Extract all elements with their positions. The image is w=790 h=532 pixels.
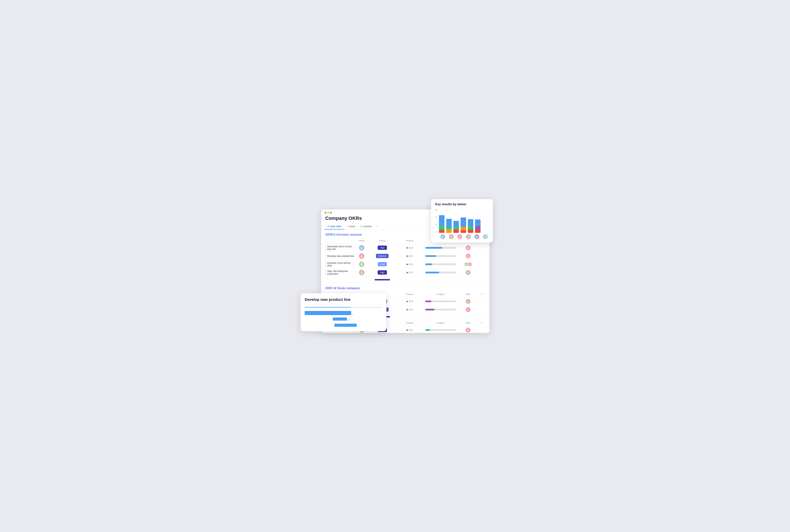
chart-owner-avatar[interactable] bbox=[483, 234, 488, 239]
team-cell bbox=[458, 262, 478, 267]
team-cell bbox=[458, 299, 478, 304]
priority-badge[interactable]: Medium bbox=[376, 254, 389, 258]
svg-point-8 bbox=[468, 272, 469, 272]
chart-owner-avatar[interactable] bbox=[475, 234, 479, 239]
projects-icon: ⊡ bbox=[409, 255, 411, 257]
projects-count: 3 bbox=[412, 300, 413, 303]
projects-cell[interactable]: ▶ ⊡ 2 bbox=[396, 308, 423, 311]
priority-cell[interactable]: High bbox=[369, 246, 396, 250]
okr2-title[interactable]: OKR #2 Scale company bbox=[325, 286, 360, 290]
projects-icon: ⊡ bbox=[409, 271, 411, 274]
projects-cell[interactable]: ▶ ⊡ 4 bbox=[396, 263, 423, 265]
svg-point-12 bbox=[468, 309, 469, 309]
owner-avatar[interactable] bbox=[359, 262, 364, 267]
progress-bar bbox=[425, 263, 456, 265]
team-cell bbox=[458, 254, 478, 259]
tab-add-button[interactable]: + bbox=[374, 224, 380, 229]
add-column-button[interactable]: + bbox=[478, 292, 485, 296]
chart-owner-avatar[interactable] bbox=[449, 234, 454, 239]
bar-group[interactable] bbox=[439, 215, 444, 233]
col-projects: Projects bbox=[396, 240, 423, 242]
dot-red[interactable] bbox=[325, 212, 326, 213]
chart-owner-avatar[interactable] bbox=[457, 234, 462, 239]
chart-bars bbox=[439, 209, 489, 233]
progress-bar bbox=[425, 329, 456, 331]
add-column-button[interactable]: + bbox=[478, 321, 485, 325]
tab-main-table[interactable]: ⊞ Main table bbox=[325, 224, 344, 229]
priority-badge[interactable]: Low bbox=[378, 262, 387, 266]
team-avatar bbox=[466, 245, 471, 250]
tab-gantt-label: Gantt bbox=[349, 225, 355, 228]
bar-group[interactable] bbox=[475, 220, 480, 233]
owner-avatar[interactable] bbox=[359, 270, 364, 275]
stacked-bar bbox=[446, 219, 452, 233]
gantt-timeline bbox=[305, 305, 382, 328]
tab-kanban[interactable]: ⊡ Kanban bbox=[358, 224, 374, 229]
bar-segment-blue bbox=[461, 217, 466, 227]
stacked-bar bbox=[453, 221, 459, 233]
progress-fill bbox=[425, 263, 432, 265]
progress-bar bbox=[425, 301, 456, 302]
projects-cell[interactable]: ▶ ⊡ 3 bbox=[396, 300, 423, 303]
gantt-main-bar-row bbox=[305, 311, 382, 316]
projects-arrow: ▶ bbox=[407, 255, 408, 257]
bar-segment-red bbox=[439, 230, 444, 233]
owner-cell bbox=[355, 270, 369, 275]
projects-cell[interactable]: ▶ ⊡ 2 bbox=[396, 255, 423, 257]
bar-group[interactable] bbox=[468, 219, 473, 233]
priority-cell[interactable]: High bbox=[369, 270, 396, 274]
table-row: Decrease churn to less than 5% High ▶ ⊡ … bbox=[321, 244, 490, 252]
progress-fill bbox=[425, 247, 442, 249]
y-label: 20 bbox=[435, 216, 437, 218]
priority-badge[interactable]: High bbox=[378, 270, 387, 274]
summary-row bbox=[321, 277, 490, 283]
dot-green[interactable] bbox=[330, 212, 332, 213]
progress-bar bbox=[425, 272, 456, 273]
bar-group[interactable] bbox=[461, 217, 466, 233]
owner-cell bbox=[355, 253, 369, 259]
col-progress: Progress bbox=[423, 322, 458, 324]
owner-avatar[interactable] bbox=[359, 245, 364, 250]
gantt-top-fill bbox=[305, 307, 351, 308]
projects-icon: ⊡ bbox=[409, 308, 411, 311]
bar-segment-blue bbox=[453, 221, 459, 227]
projects-count: 2 bbox=[412, 255, 413, 257]
projects-cell[interactable]: ▶ ⊡ 3 bbox=[396, 271, 423, 274]
progress-cell bbox=[423, 255, 458, 257]
bar-segment-red bbox=[461, 230, 466, 233]
projects-arrow: ▶ bbox=[407, 271, 408, 274]
priority-cell[interactable]: Medium bbox=[369, 254, 396, 258]
chart-bars-area bbox=[439, 209, 489, 239]
svg-point-15 bbox=[442, 236, 443, 237]
owner-avatar[interactable] bbox=[359, 253, 364, 259]
progress-cell bbox=[423, 301, 458, 302]
y-label: 30 bbox=[435, 209, 437, 211]
chart-owner-avatar[interactable] bbox=[466, 234, 471, 239]
okr1-title[interactable]: OKR#1 Increase revenue bbox=[325, 233, 362, 236]
chart-owner-avatar[interactable] bbox=[440, 234, 445, 239]
bar-segment-blue bbox=[475, 220, 480, 226]
projects-arrow: ▶ bbox=[407, 246, 408, 249]
svg-marker-24 bbox=[352, 314, 353, 315]
chart-y-axis: 30 20 10 0 bbox=[435, 209, 438, 233]
projects-count: 3 bbox=[412, 271, 413, 274]
projects-arrow: ▶ bbox=[407, 263, 408, 265]
priority-badge[interactable]: High bbox=[378, 246, 387, 250]
bar-group[interactable] bbox=[446, 219, 452, 233]
team-avatar bbox=[466, 307, 471, 312]
dot-yellow[interactable] bbox=[327, 212, 329, 213]
projects-cell[interactable]: ▶ ⊡ 2 bbox=[396, 329, 423, 331]
svg-point-0 bbox=[361, 247, 362, 248]
projects-cell[interactable]: ▶ ⊡ 3 bbox=[396, 246, 423, 249]
svg-point-10 bbox=[468, 301, 469, 301]
tab-main-table-label: Main table bbox=[330, 225, 342, 228]
bar-segment-red bbox=[475, 230, 480, 233]
priority-cell[interactable]: Low bbox=[369, 262, 396, 266]
bar-group[interactable] bbox=[453, 221, 459, 233]
svg-point-19 bbox=[476, 236, 477, 237]
gantt-sub-bar-row-2 bbox=[318, 323, 382, 328]
bar-segment-green bbox=[439, 226, 444, 230]
team-cell bbox=[458, 245, 478, 250]
progress-fill bbox=[425, 309, 435, 310]
tab-gantt[interactable]: ≡ Gantt bbox=[344, 224, 358, 229]
